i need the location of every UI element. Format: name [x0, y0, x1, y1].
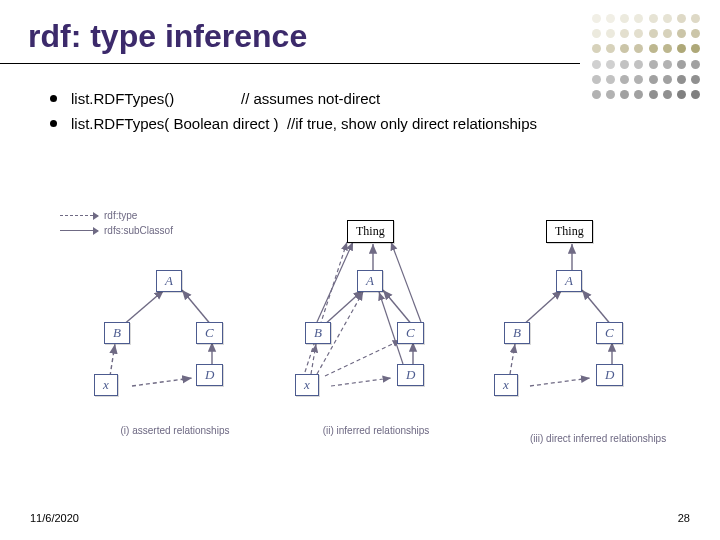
- bullet-item: list.RDFTypes() // assumes not-direct: [50, 88, 680, 109]
- node-D: D: [596, 364, 623, 386]
- node-A: A: [357, 270, 383, 292]
- node-x: x: [295, 374, 319, 396]
- node-x: x: [494, 374, 518, 396]
- node-B: B: [305, 322, 331, 344]
- panel-inferred: Thing A B C D x (ii) inferred relationsh…: [283, 216, 469, 426]
- bullet-text: list.RDFTypes( Boolean direct ) //if tru…: [71, 113, 537, 134]
- node-thing: Thing: [546, 220, 593, 243]
- bullet-text: list.RDFTypes(): [71, 88, 241, 109]
- decorative-dots: [592, 14, 702, 102]
- footer: 11/6/2020 28: [30, 512, 690, 524]
- node-C: C: [196, 322, 223, 344]
- node-x: x: [94, 374, 118, 396]
- page-title: rdf: type inference: [28, 18, 580, 55]
- bullet-comment: // assumes not-direct: [241, 88, 380, 109]
- node-A: A: [556, 270, 582, 292]
- page-number: 28: [678, 512, 690, 524]
- diagram: rdf:type rdfs:subClassof: [60, 210, 670, 490]
- node-D: D: [397, 364, 424, 386]
- bullet-icon: [50, 95, 57, 102]
- node-C: C: [596, 322, 623, 344]
- node-C: C: [397, 322, 424, 344]
- node-D: D: [196, 364, 223, 386]
- panel-direct: Thing A B C D x (iii) direct inferred re…: [482, 216, 668, 426]
- bullet-item: list.RDFTypes( Boolean direct ) //if tru…: [50, 113, 680, 134]
- footer-date: 11/6/2020: [30, 512, 79, 524]
- panel-caption: (ii) inferred relationships: [283, 425, 469, 436]
- node-B: B: [104, 322, 130, 344]
- bullet-icon: [50, 120, 57, 127]
- panel-caption: (iii) direct inferred relationships: [530, 433, 690, 444]
- node-A: A: [156, 270, 182, 292]
- node-thing: Thing: [347, 220, 394, 243]
- panel-caption: (i) asserted relationships: [82, 425, 268, 436]
- panel-asserted: A B C D x (i) asserted relationships: [82, 216, 268, 426]
- node-B: B: [504, 322, 530, 344]
